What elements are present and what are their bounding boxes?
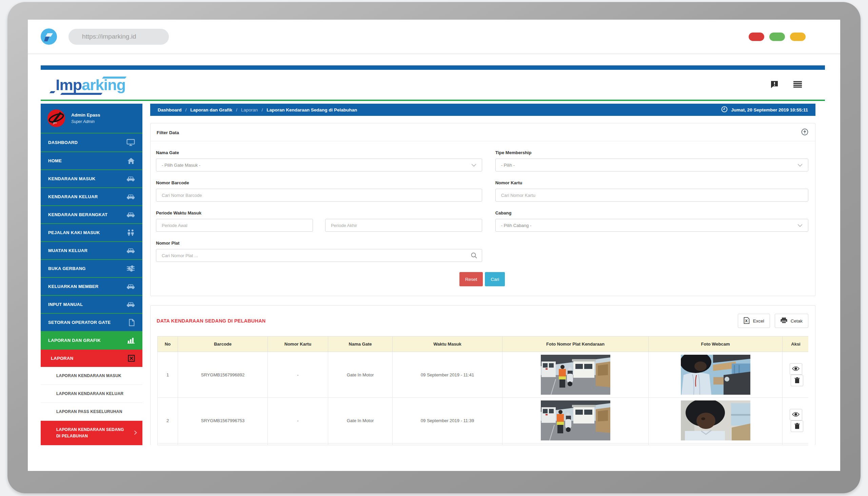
sidebar-item-setoran-operator-gate[interactable]: SETORAN OPERATOR GATE [41, 313, 143, 331]
plate-photo[interactable] [541, 401, 610, 440]
periode-akhir-input[interactable] [325, 219, 482, 232]
plate-photo[interactable] [541, 355, 610, 395]
sidebar-item-home[interactable]: HOME [41, 152, 143, 169]
header-bar: Imparking [41, 70, 825, 101]
address-url: https://imparking.id [82, 33, 136, 40]
collapse-panel-button[interactable] [801, 128, 808, 137]
nomor-plat-input[interactable] [156, 249, 482, 262]
sidebar-item-kendaraan-keluar[interactable]: KENDARAAN KELUAR [41, 187, 143, 205]
webcam-photo[interactable] [681, 401, 750, 440]
sidebar-item-muatan-keluar[interactable]: MUATAN KELUAR [41, 241, 143, 259]
breadcrumb-item-current-page: Laporan Kendaraan Sedang di Pelabuhan [267, 107, 357, 112]
tipe-membership-select[interactable]: - Pilih - [495, 158, 808, 171]
nomor-plat-label: Nomor Plat [156, 241, 482, 246]
sidebar-item-kendaraan-berangkat[interactable]: KENDARAAN BERANGKAT [41, 205, 143, 223]
submenu-item-laporan-kendaraan-keluar[interactable]: LAPORAN KENDARAAN KELUAR [41, 385, 143, 403]
sidebar-item-label: LAPORAN DAN GRAFIK [48, 338, 101, 343]
sidebar-item-label: BUKA GERBANG [48, 266, 86, 271]
submenu-item-label: LAPORAN KENDARAAN SEDANG DI PELABUHAN [56, 427, 128, 439]
home-icon [127, 157, 135, 164]
search-icon [470, 252, 477, 260]
breadcrumb-item-dashboard[interactable]: Dashboard [158, 107, 182, 112]
cabang-select[interactable]: - Pilih Cabang - [495, 219, 808, 232]
view-button[interactable] [790, 409, 802, 420]
nomor-barcode-label: Nomor Barcode [156, 180, 482, 185]
chevron-down-icon [797, 223, 803, 228]
trash-icon [794, 423, 800, 430]
breadcrumb-item-laporan[interactable]: Laporan [241, 107, 258, 112]
table-row: 1 SRYGMB1567996892 - Gate In Motor 09 Se… [158, 352, 809, 398]
reset-button[interactable]: Reset [460, 272, 483, 286]
table-row: 2 SRYGMB1567996753 - Gate In Motor 09 Se… [158, 398, 809, 444]
current-datetime: Jumat, 20 September 2019 10:55:11 [731, 107, 808, 112]
car-icon [126, 283, 135, 289]
column-header-waktu-masuk: Waktu Masuk [393, 337, 503, 352]
nama-gate-select[interactable]: - Pilih Gate Masuk - [156, 158, 482, 171]
nomor-kartu-input[interactable] [495, 189, 808, 202]
window-pill-yellow[interactable] [790, 32, 806, 41]
cell-foto-plat [503, 352, 649, 398]
sliders-icon [126, 265, 135, 272]
brand-text-bold: Imp [56, 76, 82, 93]
main-content: Dashboard / Laporan dan Grafik / Laporan… [150, 104, 815, 445]
excel-file-icon: X [744, 317, 750, 325]
sidebar-item-input-manual[interactable]: INPUT MANUAL [41, 295, 143, 313]
view-button[interactable] [790, 363, 802, 375]
cell-foto-webcam [649, 352, 782, 398]
window-pill-green[interactable] [769, 32, 785, 41]
table-header-row: No Barcode Nomor Kartu Nama Gate Waktu M… [158, 337, 809, 352]
cell-foto-webcam [649, 398, 782, 444]
submenu-item-label: LAPORAN KENDARAAN MASUK [56, 373, 121, 378]
submenu-item-laporan-kendaraan-sedang-di-pelabuhan[interactable]: LAPORAN KENDARAAN SEDANG DI PELABUHAN [41, 421, 143, 445]
notifications-button[interactable] [770, 80, 778, 90]
eye-icon [792, 366, 799, 372]
export-excel-button[interactable]: X Excel [738, 314, 770, 328]
delete-button[interactable] [791, 375, 803, 386]
eye-icon [792, 412, 799, 418]
browser-chrome: https://imparking.id [28, 20, 840, 53]
webcam-photo[interactable] [681, 355, 750, 395]
nomor-barcode-input[interactable] [156, 189, 482, 202]
nomor-kartu-label: Nomor Kartu [495, 180, 808, 185]
sidebar-item-dashboard[interactable]: DASHBOARD [41, 134, 143, 152]
window-pill-red[interactable] [749, 32, 764, 41]
submenu-item-laporan-pass-keseluruhan[interactable]: LAPORAN PASS KESELURUHAN [41, 403, 143, 421]
column-header-aksi: Aksi [782, 337, 809, 352]
filter-title: Filter Data [156, 130, 179, 135]
header-actions [770, 80, 815, 90]
breadcrumb-item-laporan-dan-grafik[interactable]: Laporan dan Grafik [190, 107, 232, 112]
monitor-icon [126, 139, 135, 146]
chevron-down-icon [471, 162, 476, 168]
sidebar-item-laporan-dan-grafik[interactable]: LAPORAN DAN GRAFIK [41, 331, 143, 349]
address-bar[interactable]: https://imparking.id [69, 29, 169, 45]
tipe-membership-label: Tipe Membership [495, 150, 808, 155]
tipe-membership-value: - Pilih - [501, 162, 515, 168]
cari-button[interactable]: Cari [485, 272, 505, 286]
sidebar-item-laporan[interactable]: LAPORAN [41, 349, 143, 367]
cell-barcode: SRYGMB1567996892 [178, 352, 268, 398]
chrome-divider [28, 53, 840, 54]
menu-toggle-button[interactable] [793, 81, 802, 89]
delete-button[interactable] [791, 420, 803, 432]
periode-awal-input[interactable] [156, 219, 313, 232]
print-button[interactable]: Cetak [775, 314, 808, 328]
sidebar-item-buka-gerbang[interactable]: BUKA GERBANG [41, 259, 143, 277]
chat-alert-icon [770, 80, 778, 90]
cell-aksi [782, 352, 809, 398]
browser-window: https://imparking.id Imparking [28, 20, 840, 471]
browser-logo-icon [41, 29, 57, 45]
filter-panel: Filter Data Nama Gate - Pilih Gate Masuk… [150, 123, 815, 296]
sidebar-item-keluarkan-member[interactable]: KELUARKAN MEMBER [41, 277, 143, 295]
sidebar-item-kendaraan-masuk[interactable]: KENDARAAN MASUK [41, 169, 143, 187]
cell-no: 2 [158, 398, 178, 444]
submenu-item-laporan-kendaraan-masuk[interactable]: LAPORAN KENDARAAN MASUK [41, 367, 143, 385]
periode-waktu-masuk-label: Periode Waktu Masuk [156, 211, 482, 216]
car-icon [126, 194, 135, 200]
clock-icon [721, 106, 728, 113]
brand-text-light: arking [82, 76, 125, 93]
document-icon [129, 319, 135, 326]
sidebar-item-label: DASHBOARD [48, 140, 78, 145]
sidebar-item-pejalan-kaki-masuk[interactable]: PEJALAN KAKI MASUK [41, 223, 143, 241]
chevron-down-icon [797, 162, 803, 168]
svg-text:gro: gro [53, 121, 57, 124]
